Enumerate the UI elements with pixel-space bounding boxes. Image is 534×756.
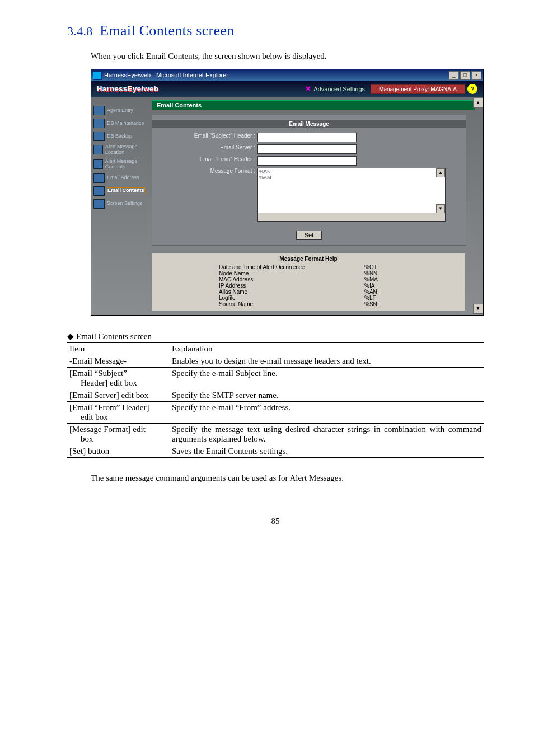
explanation-table: Item Explanation -Email Message- Enables… xyxy=(67,342,484,458)
screen-icon xyxy=(93,199,105,209)
email-addr-icon xyxy=(93,173,105,183)
col-item: Item xyxy=(67,343,170,355)
table-row: [Email “From” Header]edit box Specify th… xyxy=(67,402,484,424)
format-textarea[interactable]: %SN %AM ▲ ▼ xyxy=(257,168,446,222)
from-input[interactable] xyxy=(257,156,357,166)
window-title: HarnessEye/web - Microsoft Internet Expl… xyxy=(104,72,228,78)
format-label: Message Format : xyxy=(152,168,257,174)
sidebar-item-agent-entry[interactable]: Agent Entry xyxy=(91,105,152,116)
table-row: [Set] button Saves the Email Contents se… xyxy=(67,445,484,458)
sidebar-item-email-address[interactable]: Email Address xyxy=(91,172,152,184)
form-section-title: Email Message xyxy=(152,120,466,128)
server-input[interactable] xyxy=(257,144,357,154)
page-heading: 3.4.8 Email Contents screen xyxy=(67,22,484,39)
sidebar-item-alert-contents[interactable]: Alert Message Contents xyxy=(91,158,152,171)
table-row: [Email “Subject”Header] edit box Specify… xyxy=(67,368,484,389)
footnote: The same message command arguments can b… xyxy=(91,473,484,483)
page-number: 85 xyxy=(67,516,484,526)
help-row: Source Name%SN xyxy=(152,301,465,307)
help-row: Node Name%NN xyxy=(152,270,465,276)
sidebar-nav: Agent Entry DB Maintenance DB Backup Ale… xyxy=(91,97,152,315)
textarea-scroll-down-icon[interactable]: ▼ xyxy=(436,204,445,213)
col-explanation: Explanation xyxy=(170,343,484,355)
tools-icon: ✕ xyxy=(305,85,311,93)
sidebar-item-alert-location[interactable]: Alert Message Location xyxy=(91,143,152,157)
intro-text: When you click Email Contents, the scree… xyxy=(91,51,484,61)
window-titlebar: HarnessEye/web - Microsoft Internet Expl… xyxy=(91,69,483,81)
embedded-screenshot: HarnessEye/web - Microsoft Internet Expl… xyxy=(91,69,484,316)
scrollbar-down-icon[interactable]: ▼ xyxy=(473,304,483,314)
alert-cont-icon xyxy=(93,159,103,169)
textarea-hscrollbar[interactable] xyxy=(258,213,445,221)
section-title: Email Contents screen xyxy=(100,22,234,39)
management-proxy-label: Management Proxy: MAGNA-A xyxy=(371,84,465,94)
minimize-icon[interactable]: _ xyxy=(449,71,459,80)
app-logo: HarnessEye/web xyxy=(97,85,158,93)
db-icon xyxy=(93,119,105,128)
scrollbar-up-icon[interactable]: ▲ xyxy=(473,98,483,108)
help-icon[interactable]: ? xyxy=(467,84,477,94)
table-row: [Message Format] editbox Specify the mes… xyxy=(67,424,484,445)
help-row: Date and Time of Alert Occurrence%OT xyxy=(152,264,465,270)
close-icon[interactable]: × xyxy=(471,71,481,80)
help-row: Alias Name%AN xyxy=(152,289,465,295)
textarea-scroll-up-icon[interactable]: ▲ xyxy=(436,168,445,177)
app-header: HarnessEye/web ✕ Advanced Settings Manag… xyxy=(91,81,483,97)
help-row: Logfile%LF xyxy=(152,295,465,301)
table-caption: Email Contents screen xyxy=(67,331,484,341)
table-header-row: Item Explanation xyxy=(67,343,484,355)
agent-icon xyxy=(93,106,105,115)
email-cont-icon xyxy=(93,186,105,196)
subject-label: Email "Subject" Header : xyxy=(152,133,257,139)
subject-input[interactable] xyxy=(257,133,357,142)
email-message-form: Email Message Email "Subject" Header : E… xyxy=(152,115,466,246)
advanced-settings-link[interactable]: ✕ Advanced Settings xyxy=(299,85,371,93)
sidebar-item-db-backup[interactable]: DB Backup xyxy=(91,130,152,142)
from-label: Email "From" Header : xyxy=(152,156,257,162)
set-button[interactable]: Set xyxy=(296,231,322,240)
help-title: Message Format Help xyxy=(152,253,465,264)
maximize-icon[interactable]: □ xyxy=(460,71,470,80)
sidebar-item-email-contents[interactable]: Email Contents xyxy=(91,185,152,197)
sidebar-item-screen-settings[interactable]: Screen Settings xyxy=(91,198,152,210)
table-row: [Email Server] edit box Specify the SMTP… xyxy=(67,389,484,402)
alert-loc-icon xyxy=(93,145,103,154)
help-row: MAC Address%MA xyxy=(152,276,465,283)
section-number: 3.4.8 xyxy=(67,24,93,38)
server-label: Email Server : xyxy=(152,144,257,151)
backup-icon xyxy=(93,132,105,141)
help-row: IP Address%IA xyxy=(152,283,465,289)
message-format-help: Message Format Help Date and Time of Ale… xyxy=(152,253,465,311)
table-row: -Email Message- Enables you to design th… xyxy=(67,355,484,368)
content-panel: ▲ Email Contents Email Message Email "Su… xyxy=(152,97,483,315)
ie-icon xyxy=(93,71,102,80)
panel-title: Email Contents xyxy=(152,100,475,110)
sidebar-item-db-maintenance[interactable]: DB Maintenance xyxy=(91,118,152,129)
